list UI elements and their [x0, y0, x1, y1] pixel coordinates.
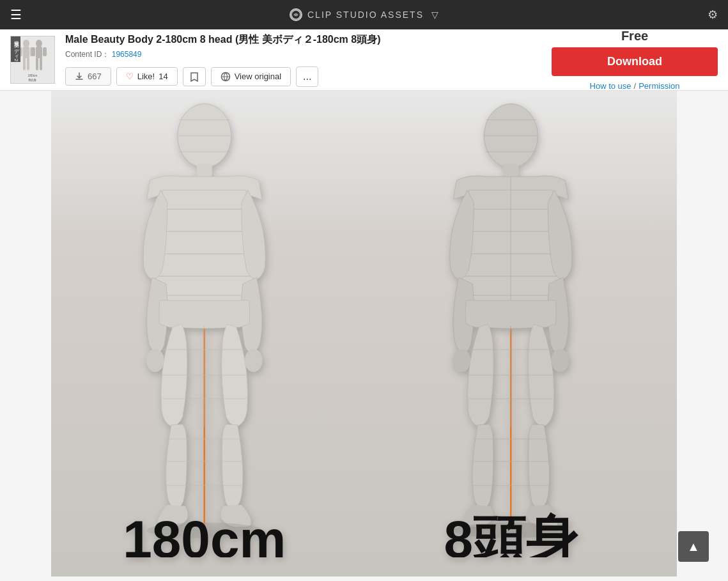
site-logo: CLIP STUDIO ASSETS ▽ — [290, 8, 440, 21]
svg-text:180cm: 180cm — [27, 74, 37, 77]
thumbnail-label: 男性 美ボ ディ 2 — [11, 36, 20, 62]
svg-rect-6 — [27, 58, 29, 70]
svg-rect-11 — [36, 58, 38, 70]
logo-icon — [290, 8, 302, 21]
item-title: Male Beauty Body 2-180cm 8 head (男性 美ボディ… — [65, 33, 541, 47]
permission-link[interactable]: Permission — [639, 81, 679, 91]
top-navigation: ☰ CLIP STUDIO ASSETS ▽ ⚙ — [0, 0, 728, 29]
svg-rect-8 — [36, 47, 42, 58]
svg-point-24 — [146, 349, 164, 372]
logo-text: CLIP STUDIO ASSETS — [307, 10, 424, 20]
svg-rect-18 — [197, 164, 212, 176]
svg-point-7 — [36, 40, 42, 47]
purchase-panel: Free Download How to use / Permission — [552, 29, 718, 91]
download-count-button[interactable]: 667 — [65, 67, 111, 86]
body-figures-svg: 180cm 8頭身 — [51, 97, 677, 557]
content-id-label: Content ID： — [65, 50, 109, 59]
price-label: Free — [621, 29, 648, 43]
view-original-button[interactable]: View original — [211, 67, 291, 86]
like-count: 14 — [159, 72, 167, 81]
svg-text:8頭身: 8頭身 — [29, 78, 37, 82]
download-icon — [75, 72, 84, 81]
like-label: Like! — [137, 72, 155, 81]
svg-rect-39 — [503, 164, 518, 176]
svg-point-1 — [23, 40, 29, 47]
download-count: 667 — [88, 72, 102, 81]
how-to-use-link[interactable]: How to use — [590, 81, 631, 91]
globe-icon — [221, 72, 231, 82]
download-button[interactable]: Download — [552, 47, 718, 76]
menu-icon[interactable]: ☰ — [10, 7, 22, 22]
separator: / — [634, 81, 637, 91]
svg-point-25 — [245, 349, 263, 372]
main-content: 180cm 8頭身 — [51, 91, 677, 577]
svg-rect-2 — [23, 47, 29, 58]
svg-point-47 — [551, 349, 569, 372]
body-image-area: 180cm 8頭身 — [51, 91, 677, 577]
scroll-to-top-button[interactable]: ▲ — [678, 531, 709, 562]
heart-icon: ♡ — [126, 72, 134, 81]
cart-icon[interactable]: ▽ — [431, 10, 440, 20]
bookmark-icon — [190, 72, 199, 82]
item-info-bar: 男性 美ボ ディ 2 180cm 8頭身 Male Beauty Body 2-… — [0, 29, 728, 91]
settings-icon[interactable]: ⚙ — [708, 8, 718, 22]
svg-text:8頭身: 8頭身 — [444, 510, 578, 557]
item-info-content: Male Beauty Body 2-180cm 8 head (男性 美ボディ… — [65, 33, 541, 87]
content-id-row: Content ID： 1965849 — [65, 49, 541, 60]
view-original-label: View original — [235, 72, 281, 81]
svg-rect-9 — [31, 47, 35, 56]
scroll-top-icon: ▲ — [687, 539, 700, 554]
action-buttons: 667 ♡ Like! 14 View original ... — [65, 66, 541, 87]
bookmark-button[interactable] — [183, 67, 206, 86]
info-links: How to use / Permission — [590, 81, 680, 91]
svg-rect-10 — [43, 47, 47, 56]
like-button[interactable]: ♡ Like! 14 — [116, 67, 178, 86]
svg-text:180cm: 180cm — [123, 510, 286, 557]
item-thumbnail: 男性 美ボ ディ 2 180cm 8頭身 — [10, 36, 55, 84]
content-id-link[interactable]: 1965849 — [112, 50, 142, 59]
more-button[interactable]: ... — [296, 66, 318, 87]
svg-point-46 — [453, 349, 470, 372]
svg-rect-12 — [40, 58, 42, 70]
svg-rect-5 — [23, 58, 26, 70]
